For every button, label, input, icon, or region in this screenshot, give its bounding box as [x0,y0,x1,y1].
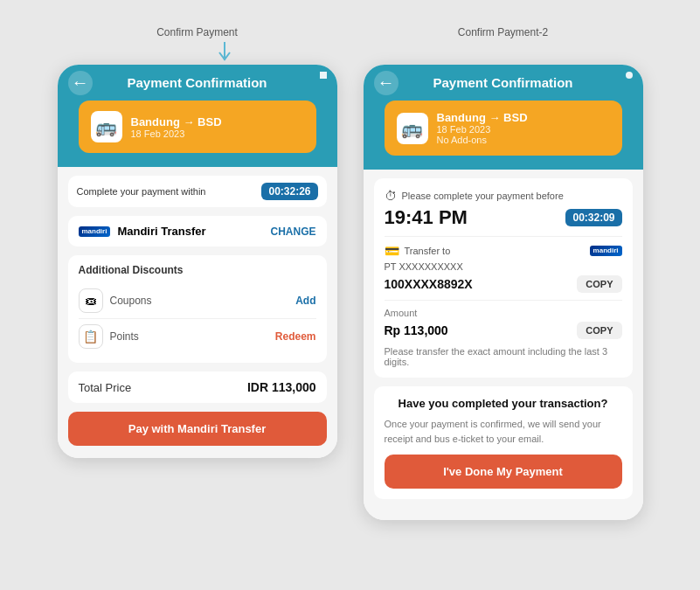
mandiri-logo-2: mandiri [590,246,622,256]
points-icon: 📋 [79,324,103,349]
amount-value: Rp 113,000 [385,323,448,337]
screen2-phone: ← Payment Confirmation 🚌 Bandung → BSD [364,65,643,520]
time-display: 19:41 PM 00:32:09 [385,206,622,229]
transaction-section: Have you completed your transaction? Onc… [374,386,633,499]
screen1-title: Payment Confirmation [127,75,267,90]
bus-icon-2: 🚌 [397,113,428,144]
amount-label: Amount [385,308,622,318]
payment-timer-1: Complete your payment within 00:32:26 [68,176,327,207]
points-row: 📋 Points Redeem [79,319,316,354]
total-label: Total Price [79,381,132,394]
timer-countdown-1: 00:32:26 [261,183,317,200]
dot-indicator-2 [626,72,633,79]
screen2-wrapper: Confirm Payment-2 ← Payment Confirmation… [364,26,643,520]
account-row: 100XXXX8892X COPY [385,275,622,293]
screen2-header: ← Payment Confirmation [364,65,643,104]
copy-account-button[interactable]: COPY [577,275,621,293]
transfer-to-label: Transfer to [405,246,451,256]
time-value: 19:41 PM [385,206,468,229]
discounts-section: Additional Discounts 🎟 Coupons Add 📋 [68,255,327,363]
timer-text-1: Complete your payment within [77,186,206,197]
complete-before-label: Please complete your payment before [402,191,564,201]
screen1-label: Confirm Payment [156,26,238,38]
coupon-label: Coupons [110,295,152,307]
mandiri-logo-1: mandiri Mandiri Transfer [79,225,206,238]
transfer-card: ⏱ Please complete your payment before 19… [374,178,633,378]
complete-before-row: ⏱ Please complete your payment before [385,189,622,203]
total-amount: IDR 113,000 [247,380,316,394]
screen2-title: Payment Confirmation [433,75,572,90]
route-info-2: Bandung → BSD 18 Feb 2023 No Add-ons [437,111,528,145]
payment-method-1: mandiri Mandiri Transfer CHANGE [68,216,327,246]
route-date-2: 18 Feb 2023 [437,124,528,135]
screen2-body: ⏱ Please complete your payment before 19… [364,170,643,520]
down-arrow-icon [211,42,238,63]
timer-icon: ⏱ [385,189,397,203]
pay-button[interactable]: Pay with Mandiri Transfer [68,412,327,446]
amount-row: Rp 113,000 COPY [385,322,622,339]
done-payment-button[interactable]: I've Done My Payment [385,455,622,489]
account-number: 100XXXX8892X [385,277,473,291]
screen1-wrapper: Confirm Payment ← Payment Confirmation [58,26,337,458]
change-button[interactable]: CHANGE [270,226,315,238]
company-name: PT XXXXXXXXXX [385,261,622,272]
transfer-icon: 💳 [385,244,399,258]
copy-amount-button[interactable]: COPY [577,322,621,339]
transaction-title: Have you completed your transaction? [385,397,622,410]
route-date-1: 18 Feb 2023 [131,128,222,139]
discounts-title: Additional Discounts [79,264,316,276]
add-coupon-button[interactable]: Add [295,295,315,307]
redeem-button[interactable]: Redeem [275,330,316,343]
back-button-2[interactable]: ← [374,71,399,95]
timer-countdown-2: 00:32:09 [565,209,621,226]
screen1-header: ← Payment Confirmation [58,65,337,104]
route-card-2: 🚌 Bandung → BSD 18 Feb 2023 No Add-ons [385,101,622,156]
back-button-1[interactable]: ← [68,71,93,95]
coupon-icon: 🎟 [79,288,103,313]
method-name-1: Mandiri Transfer [117,225,205,238]
points-label: Points [110,330,139,343]
transaction-desc: Once your payment is confirmed, we will … [385,417,622,446]
transfer-note: Please transfer the exact amount includi… [385,346,622,367]
coupon-row: 🎟 Coupons Add [79,283,316,319]
bus-icon-1: 🚌 [91,111,122,142]
total-section: Total Price IDR 113,000 [68,371,327,403]
transfer-to-header: 💳 Transfer to mandiri [385,244,622,258]
screen2-label: Confirm Payment-2 [458,26,548,38]
route-info-1: Bandung → BSD 18 Feb 2023 [131,115,222,139]
screen1-body: Complete your payment within 00:32:26 ma… [58,167,337,458]
route-addon: No Add-ons [437,135,528,145]
screen1-phone: ← Payment Confirmation 🚌 Bandung → [58,65,337,458]
route-card-1: 🚌 Bandung → BSD 18 Feb 2023 [79,101,316,153]
